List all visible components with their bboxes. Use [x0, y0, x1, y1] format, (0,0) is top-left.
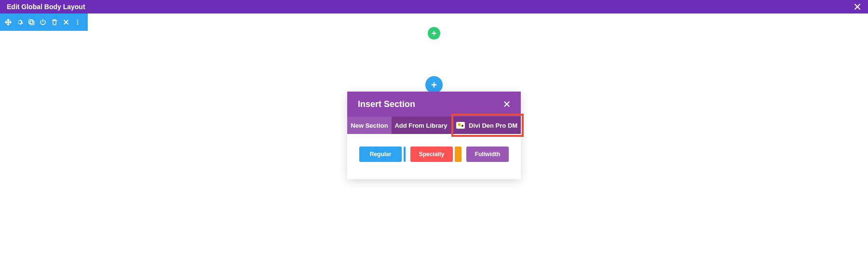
button-label: Fullwidth: [475, 151, 501, 158]
specialty-drag-handle[interactable]: [455, 147, 461, 162]
svg-point-6: [77, 20, 79, 21]
regular-section-button[interactable]: Regular: [359, 147, 402, 162]
close-icon: [63, 19, 69, 26]
svg-rect-3: [30, 21, 34, 25]
header-close-button[interactable]: [854, 3, 861, 11]
button-label: Specialty: [419, 151, 445, 158]
section-toolbar: [0, 13, 88, 31]
plugin-icon: [456, 122, 465, 129]
svg-point-8: [77, 24, 79, 25]
svg-rect-2: [29, 20, 33, 24]
modal-header: Insert Section: [347, 92, 521, 117]
more-button[interactable]: [74, 19, 81, 26]
duplicate-button[interactable]: [28, 19, 35, 26]
plus-icon: [431, 30, 437, 36]
close-toolbar-button[interactable]: [63, 19, 69, 26]
tab-divi-den-pro-dm[interactable]: Divi Den Pro DM: [450, 117, 523, 134]
settings-button[interactable]: [16, 19, 23, 26]
button-label: Regular: [370, 151, 392, 158]
power-button[interactable]: [40, 19, 46, 26]
gear-icon: [16, 19, 23, 26]
top-header-bar: Edit Global Body Layout: [0, 0, 868, 13]
add-row-button[interactable]: [428, 27, 440, 40]
add-section-button[interactable]: [425, 76, 443, 93]
tab-label: New Section: [351, 122, 388, 129]
insert-section-modal: Insert Section New Section Add From Libr…: [347, 92, 521, 179]
modal-title: Insert Section: [358, 99, 415, 109]
move-icon: [5, 19, 12, 26]
delete-button[interactable]: [51, 19, 58, 26]
svg-point-7: [77, 22, 79, 23]
specialty-section-group: Specialty: [410, 147, 461, 162]
regular-section-group: Regular: [359, 147, 406, 162]
add-section-trigger: [425, 76, 443, 93]
page-title: Edit Global Body Layout: [7, 3, 85, 11]
close-icon: [503, 101, 510, 107]
tab-add-from-library[interactable]: Add From Library: [392, 117, 450, 134]
close-icon: [854, 3, 861, 11]
duplicate-icon: [28, 19, 35, 26]
tab-new-section[interactable]: New Section: [347, 117, 392, 134]
modal-close-button[interactable]: [503, 101, 510, 107]
section-type-row: Regular Specialty Fullwidth: [347, 134, 521, 179]
more-vertical-icon: [74, 19, 81, 26]
modal-tab-bar: New Section Add From Library Divi Den Pr…: [347, 117, 521, 134]
power-icon: [40, 19, 46, 26]
regular-drag-handle[interactable]: [404, 147, 406, 162]
move-button[interactable]: [5, 19, 12, 26]
tab-label: Add From Library: [394, 122, 447, 129]
plus-icon: [431, 81, 437, 88]
tab-label: Divi Den Pro DM: [469, 122, 517, 129]
fullwidth-section-button[interactable]: Fullwidth: [466, 147, 509, 162]
specialty-section-button[interactable]: Specialty: [410, 147, 453, 162]
trash-icon: [51, 19, 58, 26]
